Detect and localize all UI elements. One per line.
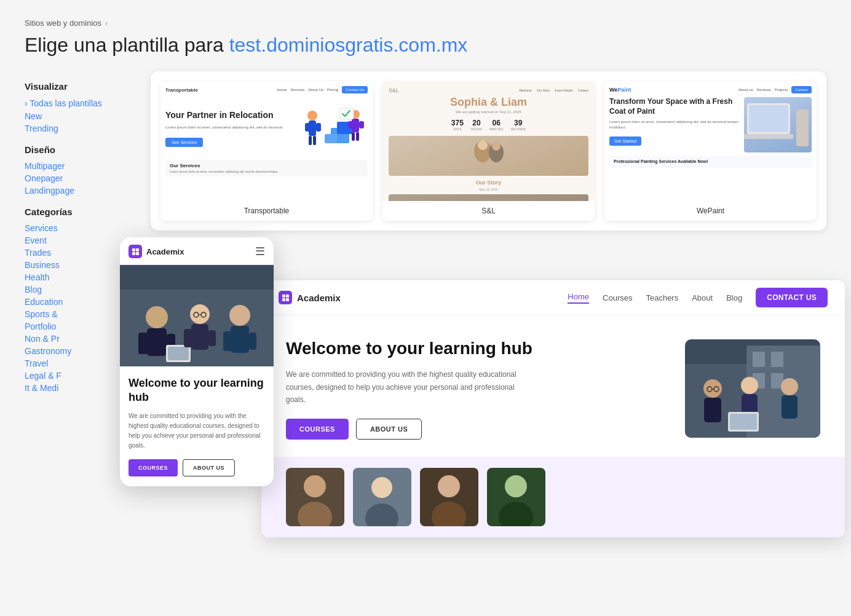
sl-stat-sec-num: 39 <box>510 119 526 127</box>
sidebar-cat-services[interactable]: Services <box>25 222 138 234</box>
svg-rect-7 <box>309 136 312 145</box>
tp-hero-title: Your Partner in Relocation <box>165 109 289 120</box>
desktop-hero-desc: We are committed to providing you with t… <box>286 368 520 406</box>
sl-logo: S&L <box>389 87 399 93</box>
sidebar-item-trending[interactable]: Trending <box>25 122 138 135</box>
desktop-navbar: Academix Home Courses Teachers About Blo… <box>261 280 845 315</box>
tp-nav-pricing: Pricing <box>327 88 338 92</box>
template-grid: Transportable Home Services About Us Pri… <box>151 71 826 231</box>
tp-nav-about: About Us <box>308 88 323 92</box>
svg-rect-13 <box>352 132 355 141</box>
svg-rect-8 <box>313 136 316 145</box>
sl-stat-hours-num: 20 <box>471 119 482 127</box>
mobile-hamburger-icon[interactable]: ☰ <box>255 246 265 257</box>
desktop-nav-blog[interactable]: Blog <box>726 293 742 302</box>
sidebar-item-new[interactable]: New <box>25 110 138 122</box>
page-title-link[interactable]: test.dominiosgratis.com.mx <box>229 34 468 56</box>
svg-rect-12 <box>359 121 364 128</box>
sl-stat-hours-lbl: HOURS <box>471 127 482 131</box>
wp-hero-img-svg <box>744 97 812 152</box>
svg-rect-37 <box>191 324 208 350</box>
svg-rect-11 <box>348 121 353 128</box>
sl-subtitle: We are getting married on Sep 21, 2025 <box>389 110 588 114</box>
desktop-nav-courses[interactable]: Courses <box>603 293 632 302</box>
svg-point-70 <box>304 475 326 497</box>
svg-rect-55 <box>771 352 783 367</box>
svg-point-63 <box>741 377 758 394</box>
svg-point-40 <box>229 305 250 326</box>
wp-logo: WePaint <box>609 87 631 93</box>
desktop-hero-image <box>685 339 820 438</box>
sidebar-item-all[interactable]: Todas las plantillas <box>25 97 138 110</box>
breadcrumb: Sitios web y dominios › <box>25 18 826 28</box>
desktop-profiles-strip <box>261 457 845 537</box>
svg-rect-6 <box>316 123 321 132</box>
svg-rect-14 <box>356 132 359 141</box>
svg-rect-59 <box>704 398 721 422</box>
tp-contact-btn[interactable]: Contact Us <box>342 86 368 93</box>
template-sl[interactable]: S&L Welcome Our Story Event Details Cont… <box>382 81 595 221</box>
svg-point-73 <box>371 477 392 498</box>
svg-rect-2 <box>325 134 337 143</box>
wepaint-label: WePaint <box>604 201 817 221</box>
page-title: Elige una plantilla para test.dominiosgr… <box>25 34 826 57</box>
svg-rect-21 <box>749 105 788 132</box>
svg-rect-66 <box>730 414 757 430</box>
sl-couple-svg <box>464 139 513 173</box>
svg-rect-27 <box>136 252 139 255</box>
cards-layer: Transportable Home Services About Us Pri… <box>151 71 826 452</box>
mobile-courses-button[interactable]: COURSES <box>129 459 178 476</box>
breadcrumb-separator: › <box>105 18 108 28</box>
svg-point-30 <box>146 306 168 328</box>
sl-preview: S&L Welcome Our Story Event Details Cont… <box>382 81 595 201</box>
desktop-contact-button[interactable]: CONTACT US <box>756 288 828 307</box>
wp-hero-btn[interactable]: Get Started <box>609 136 641 146</box>
desktop-logo-group: Academix <box>279 291 341 304</box>
tp-illustration <box>294 97 368 159</box>
svg-rect-43 <box>249 333 256 350</box>
mobile-btn-row: COURSES ABOUT US <box>129 459 265 476</box>
right-content: Transportable Home Services About Us Pri… <box>151 71 826 452</box>
svg-rect-54 <box>753 352 765 367</box>
transportable-label: Transportable <box>160 201 373 221</box>
wp-contact-btn[interactable]: Contact <box>791 86 812 93</box>
sidebar-item-onepager[interactable]: Onepager <box>25 172 138 184</box>
sidebar-item-landingpage[interactable]: Landingpage <box>25 184 138 197</box>
svg-rect-39 <box>208 330 216 346</box>
sl-nav-contact: Contact <box>578 89 588 92</box>
svg-point-19 <box>492 142 501 151</box>
svg-rect-31 <box>147 328 167 356</box>
sl-stat-days-lbl: DAYS <box>451 127 464 131</box>
desktop-logo-icon <box>279 291 292 304</box>
mobile-people-svg <box>120 265 274 366</box>
sl-nav-story: Our Story <box>537 89 550 92</box>
svg-rect-48 <box>286 294 289 298</box>
desktop-nav-home[interactable]: Home <box>568 292 589 304</box>
profile-card-4 <box>487 468 545 526</box>
wp-svc-title: Professional Painting Services Available… <box>614 159 708 164</box>
breadcrumb-parent[interactable]: Sitios web y dominios <box>25 18 101 28</box>
sl-stat-sec-lbl: SECONDS <box>510 127 526 131</box>
sl-stat-min-lbl: MINUTES <box>489 127 504 131</box>
desktop-about-button[interactable]: ABOUT US <box>356 419 422 440</box>
sidebar-section-diseno: Diseño <box>25 144 138 155</box>
svg-rect-24 <box>132 248 135 251</box>
sl-couple-name: Sophia & Liam <box>389 96 588 109</box>
desktop-people-svg <box>685 339 820 438</box>
tp-hero-btn[interactable]: See Services <box>165 138 203 147</box>
desktop-nav-about[interactable]: About <box>692 293 713 302</box>
svg-rect-49 <box>282 298 285 301</box>
sidebar-item-multipager[interactable]: Multipager <box>25 160 138 172</box>
mobile-about-button[interactable]: ABOUT US <box>183 459 235 476</box>
sl-stat-days-num: 375 <box>451 119 464 127</box>
desktop-courses-button[interactable]: COURSES <box>286 419 349 440</box>
tp-hero-desc: Lorem ipsum dolor sit amet, consectetur … <box>165 125 289 130</box>
sl-story-heading: Our Story <box>389 180 588 186</box>
sidebar-section-categorias: Categorías <box>25 207 138 217</box>
svg-rect-68 <box>782 395 798 419</box>
svg-rect-32 <box>138 333 148 354</box>
svg-point-17 <box>478 140 488 150</box>
template-wepaint[interactable]: WePaint About us Services Projects Conta… <box>604 81 817 221</box>
template-transportable[interactable]: Transportable Home Services About Us Pri… <box>160 81 373 221</box>
desktop-nav-teachers[interactable]: Teachers <box>646 293 678 302</box>
